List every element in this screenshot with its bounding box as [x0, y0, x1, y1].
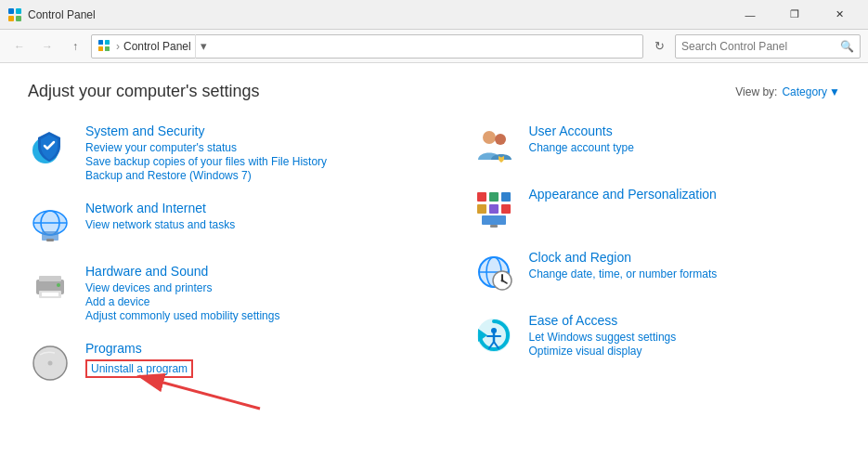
- user-accounts-icon: [472, 124, 516, 168]
- category-ease-access: Ease of Access Let Windows suggest setti…: [472, 313, 841, 358]
- svg-rect-30: [489, 204, 499, 214]
- svg-point-25: [495, 134, 506, 145]
- programs-text: Programs Uninstall a program: [85, 341, 397, 378]
- forward-button[interactable]: →: [35, 34, 59, 59]
- hardware-sound-icon: [28, 264, 72, 308]
- svg-rect-7: [105, 46, 110, 51]
- hardware-sound-title[interactable]: Hardware and Sound: [85, 264, 397, 279]
- window-controls: — ❐ ✕: [729, 0, 861, 30]
- restore-button[interactable]: ❐: [773, 0, 816, 30]
- hardware-sound-link-1[interactable]: View devices and printers: [85, 281, 397, 294]
- programs-title[interactable]: Programs: [85, 341, 397, 356]
- hardware-sound-link-2[interactable]: Add a device: [85, 295, 397, 308]
- svg-rect-32: [482, 215, 506, 225]
- svg-rect-31: [501, 204, 511, 214]
- svg-rect-28: [501, 192, 511, 202]
- network-internet-icon: [28, 201, 72, 245]
- svg-rect-3: [16, 16, 21, 21]
- network-internet-text: Network and Internet View network status…: [85, 201, 397, 231]
- viewby-dropdown[interactable]: Category ▼: [782, 85, 840, 98]
- main-content: Adjust your computer's settings View by:…: [0, 63, 868, 469]
- right-column: User Accounts Change account type: [444, 124, 841, 404]
- appearance-icon: [472, 187, 516, 231]
- refresh-button[interactable]: ↻: [647, 34, 671, 59]
- user-accounts-link-1[interactable]: Change account type: [529, 141, 841, 154]
- system-security-text: System and Security Review your computer…: [85, 124, 397, 182]
- system-security-link-3[interactable]: Backup and Restore (Windows 7): [85, 169, 397, 182]
- search-icon: 🔍: [840, 40, 854, 53]
- breadcrumb-separator: ›: [116, 40, 120, 53]
- category-hardware-sound: Hardware and Sound View devices and prin…: [28, 264, 397, 322]
- category-clock-region: Clock and Region Change date, time, or n…: [472, 250, 841, 294]
- svg-point-41: [500, 280, 503, 282]
- category-appearance: Appearance and Personalization: [472, 187, 841, 231]
- svg-point-19: [57, 283, 60, 287]
- category-system-security: System and Security Review your computer…: [28, 124, 397, 182]
- svg-rect-27: [489, 192, 499, 202]
- svg-rect-18: [42, 293, 58, 296]
- ease-access-text: Ease of Access Let Windows suggest setti…: [529, 313, 841, 358]
- user-accounts-text: User Accounts Change account type: [529, 124, 841, 154]
- window-title: Control Panel: [28, 8, 96, 21]
- ease-access-icon: [472, 313, 516, 358]
- system-security-icon: [28, 124, 72, 168]
- close-button[interactable]: ✕: [818, 0, 861, 30]
- clock-region-icon: [472, 250, 516, 294]
- programs-link-uninstall[interactable]: Uninstall a program: [85, 359, 193, 378]
- clock-region-link-1[interactable]: Change date, time, or number formats: [529, 267, 841, 280]
- category-network-internet: Network and Internet View network status…: [28, 201, 397, 245]
- hardware-sound-link-3[interactable]: Adjust commonly used mobility settings: [85, 309, 397, 322]
- ease-access-link-1[interactable]: Let Windows suggest settings: [529, 331, 841, 344]
- system-security-link-1[interactable]: Review your computer's status: [85, 141, 397, 154]
- clock-region-text: Clock and Region Change date, time, or n…: [529, 250, 841, 280]
- network-internet-title[interactable]: Network and Internet: [85, 201, 397, 215]
- category-user-accounts: User Accounts Change account type: [472, 124, 841, 168]
- page-title: Adjust your computer's settings: [28, 82, 260, 101]
- title-bar-left: Control Panel: [7, 7, 96, 22]
- user-accounts-title[interactable]: User Accounts: [529, 124, 841, 138]
- appearance-text: Appearance and Personalization: [529, 187, 841, 204]
- address-dropdown[interactable]: ▾: [195, 34, 212, 59]
- viewby-arrow: ▼: [829, 85, 840, 98]
- address-bar: ← → ↑ › Control Panel ▾ ↻ 🔍: [0, 30, 868, 63]
- search-box[interactable]: 🔍: [675, 34, 861, 59]
- minimize-button[interactable]: —: [729, 0, 771, 30]
- clock-region-title[interactable]: Clock and Region: [529, 250, 841, 265]
- svg-rect-6: [98, 46, 103, 51]
- svg-rect-26: [477, 192, 486, 202]
- category-programs: Programs Uninstall a program: [28, 341, 397, 385]
- address-path[interactable]: › Control Panel ▾: [91, 34, 643, 59]
- network-internet-link-1[interactable]: View network status and tasks: [85, 218, 397, 231]
- hardware-sound-text: Hardware and Sound View devices and prin…: [85, 264, 397, 322]
- content-wrapper: System and Security Review your computer…: [28, 124, 840, 404]
- svg-rect-33: [490, 225, 498, 228]
- up-button[interactable]: ↑: [63, 34, 87, 59]
- search-input[interactable]: [681, 40, 840, 53]
- system-security-link-2[interactable]: Save backup copies of your files with Fi…: [85, 155, 397, 168]
- ease-access-title[interactable]: Ease of Access: [529, 313, 841, 328]
- svg-rect-4: [98, 40, 103, 45]
- svg-rect-0: [8, 8, 14, 14]
- svg-rect-14: [46, 239, 54, 241]
- breadcrumb-text: Control Panel: [123, 40, 191, 53]
- programs-icon: [28, 341, 72, 385]
- appearance-title[interactable]: Appearance and Personalization: [529, 187, 841, 202]
- viewby-label: View by:: [735, 85, 777, 98]
- path-icon: [97, 39, 112, 54]
- svg-rect-16: [39, 276, 61, 281]
- svg-point-24: [483, 131, 496, 144]
- ease-access-link-2[interactable]: Optimize visual display: [529, 345, 841, 358]
- title-bar: Control Panel — ❐ ✕: [0, 0, 868, 30]
- control-panel-icon: [7, 7, 22, 22]
- left-column: System and Security Review your computer…: [28, 124, 425, 404]
- svg-rect-5: [105, 40, 110, 45]
- svg-rect-2: [8, 16, 14, 21]
- system-security-title[interactable]: System and Security: [85, 124, 397, 138]
- back-button[interactable]: ←: [7, 34, 32, 59]
- svg-rect-1: [16, 8, 21, 14]
- svg-point-23: [48, 361, 53, 366]
- svg-rect-29: [477, 204, 486, 214]
